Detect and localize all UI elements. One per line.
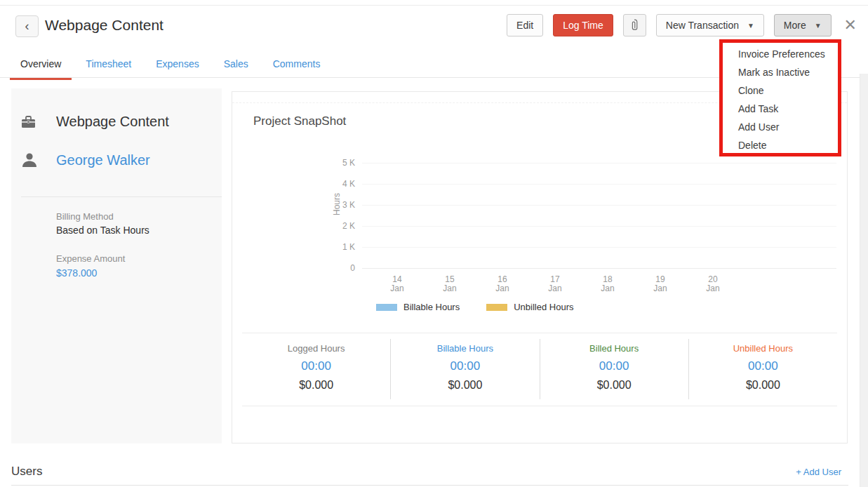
attachment-button[interactable]	[623, 14, 646, 36]
gridline	[362, 268, 836, 269]
page-title: Webpage Content	[45, 17, 163, 34]
gridline	[362, 163, 836, 164]
legend-item-billable-hours: Billable Hours	[376, 302, 460, 312]
tab-timesheet[interactable]: Timesheet	[75, 55, 142, 77]
log-time-button[interactable]: Log Time	[553, 14, 613, 36]
project-name-row: Webpage Content	[21, 114, 169, 130]
project-summary-panel: Webpage Content George Walker Billing Me…	[11, 88, 222, 443]
gridline	[362, 226, 836, 227]
legend-label: Billable Hours	[403, 302, 460, 312]
users-section-title: Users	[11, 465, 42, 479]
more-button[interactable]: More ▼	[774, 14, 832, 36]
close-icon[interactable]: ✕	[844, 18, 857, 33]
chevron-down-icon: ▼	[747, 15, 754, 36]
y-axis-tick: 5 K	[313, 158, 355, 168]
stats-divider-top	[242, 333, 837, 333]
stat-hours-link[interactable]: 00:00	[391, 359, 539, 373]
edit-button[interactable]: Edit	[507, 14, 543, 36]
billing-method-value: Based on Task Hours	[56, 225, 149, 236]
y-axis-tick: 3 K	[313, 200, 355, 210]
menu-item-invoice-preferences[interactable]: Invoice Preferences	[723, 45, 838, 63]
back-button[interactable]: ‹	[15, 15, 39, 37]
sidebar-project-name: Webpage Content	[56, 114, 169, 130]
more-dropdown-menu: Invoice PreferencesMark as InactiveClone…	[723, 45, 838, 154]
stat-amount: $0.000	[242, 379, 390, 392]
customer-row: George Walker	[21, 152, 150, 168]
menu-item-clone[interactable]: Clone	[723, 81, 838, 100]
x-axis-tick: 17Jan	[534, 275, 576, 293]
add-user-link[interactable]: + Add User	[796, 467, 841, 477]
stats-row: Logged Hours00:00$0.000Billable Hours00:…	[242, 339, 837, 399]
tab-comments[interactable]: Comments	[262, 55, 331, 77]
person-icon	[21, 152, 45, 168]
chevron-left-icon: ‹	[25, 19, 29, 33]
menu-item-mark-as-inactive[interactable]: Mark as Inactive	[723, 63, 838, 81]
stat-label: Unbilled Hours	[689, 343, 837, 354]
new-transaction-button[interactable]: New Transaction ▼	[656, 14, 764, 36]
new-transaction-label: New Transaction	[666, 20, 739, 31]
stat-hours-link[interactable]: 00:00	[540, 359, 688, 373]
stat-amount: $0.000	[391, 379, 539, 392]
y-axis-tick: 0	[313, 263, 355, 273]
gridline	[362, 184, 836, 185]
x-axis-tick: 19Jan	[639, 275, 681, 293]
stat-hours-link[interactable]: 00:00	[242, 359, 390, 373]
stat-label: Billed Hours	[540, 343, 688, 354]
x-axis-tick: 14Jan	[376, 275, 418, 293]
y-axis-tick: 1 K	[313, 242, 355, 252]
paperclip-icon	[630, 19, 639, 32]
chart-legend: Billable HoursUnbilled Hours	[376, 302, 573, 312]
stats-divider-bottom	[242, 406, 837, 406]
expense-amount-link[interactable]: $378.000	[56, 267, 97, 279]
x-axis-tick: 20Jan	[692, 275, 734, 293]
users-divider	[11, 485, 848, 486]
chart-plot-area: 5 K4 K3 K2 K1 K014Jan15Jan16Jan17Jan18Ja…	[362, 163, 836, 268]
chevron-down-icon: ▼	[815, 15, 822, 36]
x-axis-tick: 18Jan	[587, 275, 629, 293]
menu-item-add-task[interactable]: Add Task	[723, 100, 838, 118]
stat-unbilled-hours: Unbilled Hours00:00$0.000	[688, 339, 837, 399]
stat-amount: $0.000	[689, 379, 837, 392]
legend-item-unbilled-hours: Unbilled Hours	[486, 302, 573, 312]
legend-swatch	[376, 304, 397, 311]
y-axis-tick: 4 K	[313, 179, 355, 189]
vertical-scrollbar[interactable]	[860, 74, 868, 487]
stat-label: Billable Hours	[391, 343, 539, 354]
x-axis-tick: 16Jan	[481, 275, 523, 293]
tab-bar: OverviewTimesheetExpensesSalesComments	[10, 55, 334, 77]
stat-billed-hours: Billed Hours00:00$0.000	[540, 339, 688, 399]
more-label: More	[784, 20, 806, 31]
tab-sales[interactable]: Sales	[213, 55, 259, 77]
stat-label: Logged Hours	[242, 343, 390, 354]
sidebar-divider	[21, 196, 222, 197]
customer-name-link[interactable]: George Walker	[56, 152, 150, 168]
stat-billable-hours: Billable Hours00:00$0.000	[390, 339, 539, 399]
billing-method-label: Billing Method	[56, 211, 114, 222]
tab-expenses[interactable]: Expenses	[145, 55, 209, 77]
x-axis-tick: 15Jan	[429, 275, 471, 293]
legend-swatch	[486, 304, 507, 311]
stat-amount: $0.000	[540, 379, 688, 392]
expense-amount-label: Expense Amount	[56, 253, 125, 264]
legend-label: Unbilled Hours	[514, 302, 573, 312]
tab-overview[interactable]: Overview	[10, 55, 72, 77]
menu-item-delete[interactable]: Delete	[723, 136, 838, 154]
annotation-highlight-box: Invoice PreferencesMark as InactiveClone…	[719, 39, 841, 156]
y-axis-tick: 2 K	[313, 221, 355, 231]
gridline	[362, 247, 836, 248]
gridline	[362, 205, 836, 206]
snapshot-title: Project SnapShot	[253, 114, 346, 128]
stat-logged-hours: Logged Hours00:00$0.000	[242, 339, 390, 399]
stat-hours-link[interactable]: 00:00	[689, 359, 837, 373]
header-actions: Edit Log Time New Transaction ▼ More ▼ ✕	[507, 14, 857, 36]
briefcase-icon	[21, 116, 45, 128]
menu-item-add-user[interactable]: Add User	[723, 118, 838, 136]
